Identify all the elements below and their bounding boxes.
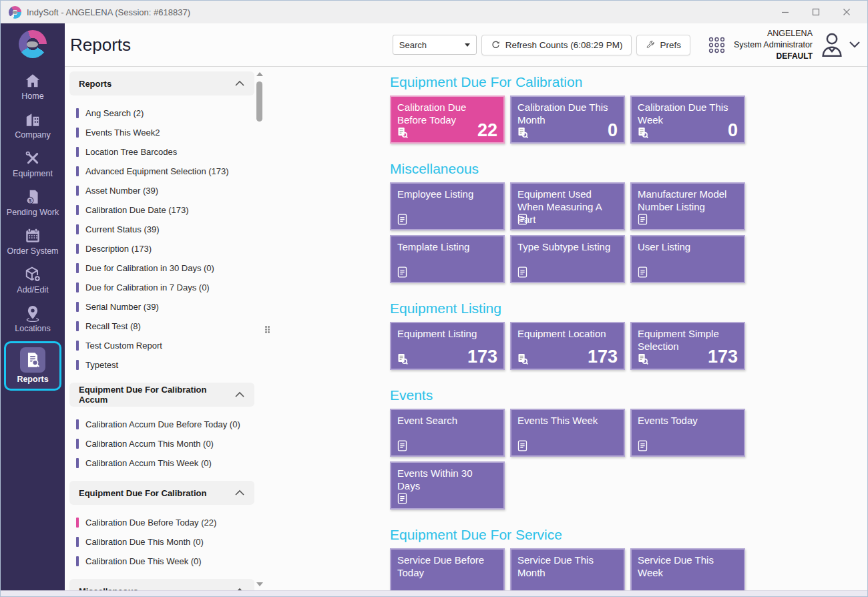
report-list-item[interactable]: Asset Number (39) bbox=[76, 181, 254, 200]
report-item-label: Due for Calibration in 30 Days (0) bbox=[85, 263, 214, 273]
report-tile[interactable]: Type Subtype Listing bbox=[510, 235, 625, 283]
report-tile[interactable]: Employee Listing bbox=[390, 182, 505, 230]
tile-label: Type Subtype Listing bbox=[517, 241, 618, 254]
sidebar-item-locations[interactable]: Locations bbox=[1, 300, 65, 339]
report-list-item[interactable]: Due for Calibration in 30 Days (0) bbox=[76, 258, 254, 278]
report-list-item[interactable]: Current Status (39) bbox=[76, 220, 254, 239]
report-list-item[interactable]: Calibration Due Date (173) bbox=[76, 200, 254, 220]
report-item-label: Typetest bbox=[85, 360, 118, 370]
report-tile[interactable]: Service Due This Month bbox=[510, 548, 625, 590]
prefs-button[interactable]: Prefs bbox=[636, 35, 690, 55]
report-tile[interactable]: Template Listing bbox=[390, 235, 505, 283]
report-section-header[interactable]: Equipment Due For Calibration bbox=[69, 481, 254, 505]
tile-section-heading: Equipment Listing bbox=[390, 301, 867, 317]
report-item-label: Calibration Due This Week (0) bbox=[85, 556, 202, 566]
report-list-item[interactable]: Calibration Accum This Month (0) bbox=[76, 434, 254, 453]
refresh-icon bbox=[491, 40, 501, 50]
document-icon bbox=[397, 493, 408, 504]
report-list-item[interactable]: Typetest bbox=[76, 355, 254, 375]
report-tile[interactable]: Events Within 30 Days bbox=[390, 461, 505, 510]
report-search-icon bbox=[397, 353, 408, 365]
dropdown-caret-icon bbox=[465, 43, 470, 47]
report-tile[interactable]: Equipment Used When Measuring A Part bbox=[510, 182, 625, 230]
sidebar-item-company[interactable]: Company bbox=[1, 106, 65, 145]
report-section-title: Miscellaneous bbox=[79, 586, 138, 591]
report-list-item[interactable]: Calibration Accum This Week (0) bbox=[76, 453, 254, 473]
scroll-up-arrow[interactable] bbox=[256, 72, 263, 76]
company-icon bbox=[24, 111, 41, 128]
indysoft-logo-icon bbox=[19, 30, 47, 58]
sidebar-item-order-system[interactable]: Order System bbox=[1, 222, 65, 261]
report-section-header[interactable]: Equipment Due For Calibration Accum bbox=[69, 383, 254, 407]
page-header: Reports Search Refresh Counts (6:08:29 P… bbox=[65, 23, 867, 67]
report-section-header[interactable]: Reports bbox=[69, 71, 254, 95]
sidebar-item-pending-work[interactable]: $ Pending Work bbox=[1, 184, 65, 222]
panel-splitter-handle[interactable] bbox=[265, 326, 274, 337]
report-section-items: Ang Search (2) Events This Week2 Locatio… bbox=[69, 95, 254, 375]
report-tile[interactable]: Equipment Listing 173 bbox=[390, 322, 505, 370]
window-title: IndySoft - ANGELENA (Session: #618837) bbox=[27, 7, 190, 17]
tile-label: Service Due This Week bbox=[638, 554, 738, 580]
minimize-button[interactable] bbox=[770, 2, 801, 22]
report-list-item[interactable]: Calibration Due This Week (0) bbox=[76, 552, 254, 571]
sidebar-item-home[interactable]: Home bbox=[1, 67, 65, 106]
report-tile[interactable]: Manufacturer Model Number Listing bbox=[630, 182, 745, 230]
search-dropdown-value: Search bbox=[399, 40, 427, 50]
report-section-items: Calibration Due Before Today (22) Calibr… bbox=[69, 505, 254, 572]
sidebar-item-equipment[interactable]: Equipment bbox=[1, 145, 65, 184]
report-tile[interactable]: Service Due Before Today bbox=[390, 548, 505, 590]
reports-list-panel: Reports Ang Search (2) Events This Week2… bbox=[65, 67, 254, 590]
report-list-item[interactable]: Calibration Due This Month (0) bbox=[76, 532, 254, 552]
sidebar-item-add-edit[interactable]: Add/Edit bbox=[1, 261, 65, 300]
user-menu-chevron-icon[interactable] bbox=[849, 41, 861, 49]
report-tile[interactable]: Events This Week bbox=[510, 409, 625, 457]
maximize-button[interactable] bbox=[801, 2, 831, 22]
tile-label: Events Within 30 Days bbox=[397, 467, 497, 493]
report-tile[interactable]: Service Due This Week bbox=[630, 548, 745, 590]
chevron-up-icon bbox=[234, 489, 245, 496]
user-avatar-icon[interactable] bbox=[819, 31, 845, 59]
report-list-item[interactable]: Location Tree Barcodes bbox=[76, 142, 254, 162]
report-item-label: Test Custom Report bbox=[85, 341, 162, 351]
report-list-item[interactable]: Description (173) bbox=[76, 239, 254, 258]
report-list-item[interactable]: Test Custom Report bbox=[76, 336, 254, 355]
report-list-item[interactable]: Due for Calibration in 7 Days (0) bbox=[76, 278, 254, 297]
report-list-item[interactable]: Calibration Due Before Today (22) bbox=[76, 513, 254, 532]
user-name: ANGELENA bbox=[734, 28, 813, 39]
tile-label: User Listing bbox=[638, 241, 738, 254]
tile-label: Event Search bbox=[397, 415, 497, 427]
scroll-down-arrow[interactable] bbox=[256, 582, 263, 586]
report-tile[interactable]: User Listing bbox=[630, 235, 745, 283]
tile-label: Events Today bbox=[638, 415, 738, 427]
close-button[interactable] bbox=[831, 2, 862, 22]
tile-label: Calibration Due This Month bbox=[517, 102, 618, 127]
report-tile[interactable]: Event Search bbox=[390, 409, 505, 457]
report-list-item[interactable]: Advanced Equipment Selection (173) bbox=[76, 162, 254, 181]
report-list-item[interactable]: Serial Number (39) bbox=[76, 297, 254, 317]
report-tile[interactable]: Calibration Due Before Today 22 bbox=[390, 95, 505, 144]
tile-label: Calibration Due This Week bbox=[638, 102, 738, 127]
report-list-item[interactable]: Recall Test (8) bbox=[76, 317, 254, 336]
tile-label: Equipment Listing bbox=[397, 328, 497, 341]
refresh-counts-button[interactable]: Refresh Counts (6:08:29 PM) bbox=[481, 35, 632, 55]
report-item-accent-bar bbox=[76, 302, 79, 312]
refresh-counts-label: Refresh Counts (6:08:29 PM) bbox=[505, 40, 623, 50]
sidebar-item-reports[interactable]: Reports bbox=[4, 341, 61, 391]
tile-grid: Calibration Due Before Today 22 Calibrat… bbox=[390, 95, 745, 144]
app-grid-icon[interactable] bbox=[708, 36, 726, 54]
report-list-item[interactable]: Calibration Accum Due Before Today (0) bbox=[76, 415, 254, 434]
report-list-item[interactable]: Events This Week2 bbox=[76, 123, 254, 142]
report-list-item[interactable]: Ang Search (2) bbox=[76, 104, 254, 123]
user-info: ANGELENA System Administrator DEFAULT bbox=[734, 28, 813, 61]
report-tile[interactable]: Calibration Due This Week 0 bbox=[630, 95, 745, 144]
report-item-label: Location Tree Barcodes bbox=[85, 147, 177, 157]
report-tile[interactable]: Events Today bbox=[630, 409, 745, 457]
tile-label: Service Due Before Today bbox=[397, 554, 497, 580]
search-dropdown[interactable]: Search bbox=[393, 35, 477, 55]
report-tile[interactable]: Calibration Due This Month 0 bbox=[510, 95, 625, 144]
report-tile[interactable]: Equipment Simple Selection 173 bbox=[630, 322, 745, 370]
report-section-header[interactable]: Miscellaneous bbox=[69, 579, 254, 590]
report-tile[interactable]: Equipment Location 173 bbox=[510, 322, 625, 370]
scroll-thumb[interactable] bbox=[256, 81, 262, 122]
report-search-icon bbox=[517, 127, 528, 138]
